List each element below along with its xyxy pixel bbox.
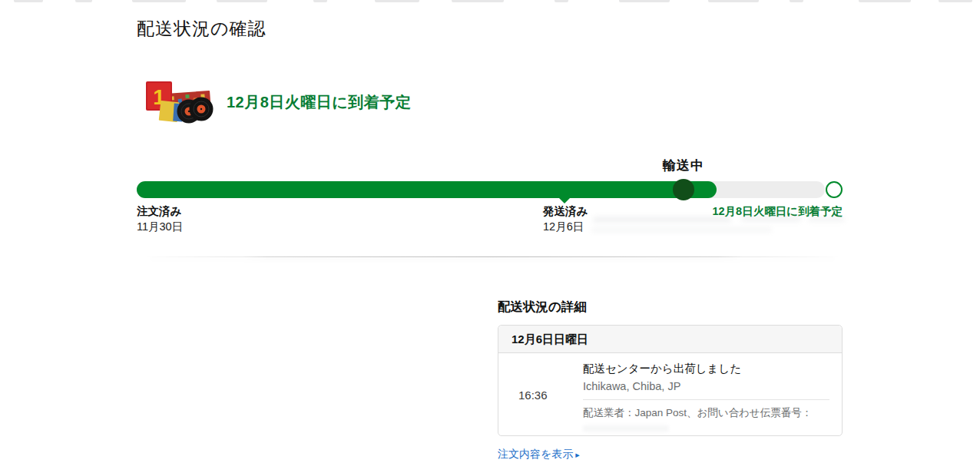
delivery-tracking-page: 配送状況の確認 1 12月8日火曜日に到着予定 輸送中 [0, 0, 980, 473]
redacted-text-smudge [591, 227, 772, 233]
tracker-destination-circle [826, 181, 843, 198]
event-divider [583, 399, 829, 400]
page-title: 配送状況の確認 [137, 17, 267, 41]
redacted-text-smudge [741, 216, 801, 222]
clipped-top-text-artifact [0, 0, 980, 3]
milestone-shipped-date: 12月6日 [543, 220, 584, 234]
event-location: Ichikawa, Chiba, JP [583, 380, 829, 392]
event-carrier-line: 配送業者：Japan Post、お問い合わせ伝票番号： [583, 406, 829, 420]
view-order-link[interactable]: 注文内容を表示▸ [498, 448, 580, 461]
details-section-title: 配送状況の詳細 [498, 299, 587, 316]
redacted-text-smudge [808, 217, 845, 222]
milestone-ordered-label: 注文済み [137, 204, 181, 219]
event-time: 16:36 [518, 389, 548, 402]
event-date-header: 12月6日日曜日 [498, 326, 842, 353]
arrival-headline: 12月8日火曜日に到着予定 [227, 92, 411, 113]
tracking-events-card: 12月6日日曜日 16:36 配送センターから出荷しました Ichikawa, … [498, 325, 843, 436]
redacted-text-smudge [593, 217, 731, 223]
event-body: 配送センターから出荷しました Ichikawa, Chiba, JP 配送業者：… [583, 362, 829, 432]
tracker-progress-track [137, 181, 825, 198]
milestone-ordered-date: 11月30日 [137, 220, 183, 234]
redacted-tracking-number-smudge [583, 425, 669, 432]
section-shadow-divider [138, 256, 846, 257]
event-description: 配送センターから出荷しました [583, 362, 829, 376]
disclosure-arrow-icon: ▸ [575, 450, 580, 459]
milestone-shipped-label: 発送済み [543, 204, 588, 219]
product-image[interactable]: 1 [143, 77, 214, 126]
tracker-progress-fill [137, 181, 717, 198]
shipped-milestone-pointer-icon [559, 198, 570, 203]
view-order-link-label: 注文内容を表示 [498, 448, 573, 460]
vinyl-box-set-icon: 1 [146, 81, 214, 124]
tracker-status-label: 輸送中 [663, 157, 704, 174]
